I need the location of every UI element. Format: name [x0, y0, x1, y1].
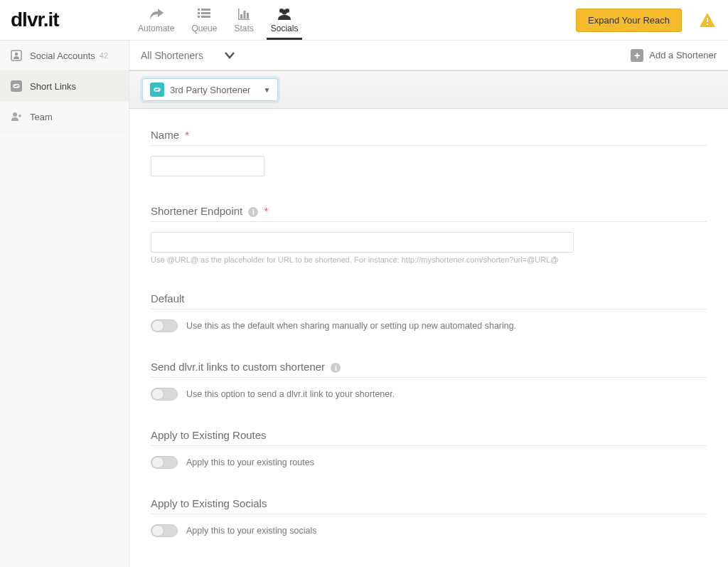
required-marker: * — [185, 129, 189, 141]
svg-rect-3 — [201, 12, 210, 14]
sidebar: Social Accounts 42 Short Links Team — [0, 41, 129, 567]
svg-rect-5 — [201, 16, 210, 18]
bar-chart-icon — [237, 6, 250, 22]
svg-rect-0 — [198, 9, 200, 11]
sidebar-item-label: Team — [30, 112, 53, 122]
svg-rect-15 — [707, 23, 708, 25]
shortener-type-dropdown[interactable]: 3rd Party Shortener ▼ — [142, 78, 278, 101]
chevron-down-icon[interactable] — [225, 52, 235, 59]
section-name: Name * — [151, 129, 707, 176]
shortener-type-label: 3rd Party Shortener — [170, 85, 250, 95]
filter-dropdown[interactable]: All Shorteners — [141, 50, 203, 61]
sidebar-item-team[interactable]: Team — [0, 102, 129, 132]
sidebar-item-count: 42 — [100, 51, 108, 60]
svg-rect-1 — [201, 9, 210, 11]
link-icon — [150, 83, 164, 97]
required-marker: * — [264, 205, 269, 217]
section-default: Default Use this as the default when sha… — [151, 292, 707, 332]
svg-rect-6 — [238, 9, 240, 20]
section-endpoint: Shortener Endpoint i * Use @URL@ as the … — [151, 205, 707, 264]
svg-rect-8 — [240, 14, 242, 18]
content: All Shorteners + Add a Shortener ‹ 3rd P… — [129, 41, 728, 567]
warning-icon[interactable] — [700, 13, 715, 27]
section-title-text: Apply to Existing Socials — [151, 497, 267, 509]
default-toggle[interactable] — [151, 319, 178, 332]
add-shortener-label: Add a Shortener — [649, 50, 717, 60]
toggle-description: Apply this to your existing socials — [186, 526, 316, 536]
section-send-links: Send dlvr.it links to custom shortener i… — [151, 361, 707, 401]
sidebar-item-label: Social Accounts — [30, 51, 95, 61]
svg-rect-18 — [11, 80, 22, 92]
section-title-text: Default — [151, 292, 185, 304]
team-icon — [10, 110, 23, 123]
existing-routes-toggle[interactable] — [151, 456, 178, 469]
sidebar-item-label: Short Links — [30, 81, 76, 92]
nav-tab-stats[interactable]: Stats — [225, 0, 262, 40]
sidebar-item-short-links[interactable]: Short Links — [0, 71, 129, 102]
toggle-description: Use this option to send a dlvr.it link t… — [186, 389, 395, 399]
section-existing-socials: Apply to Existing Socials Apply this to … — [151, 497, 707, 537]
section-existing-routes: Apply to Existing Routes Apply this to y… — [151, 429, 707, 469]
nav-tab-automate[interactable]: Automate — [129, 0, 183, 40]
plus-icon: + — [631, 49, 643, 62]
shortener-form: Name * Shortener Endpoint i * Use @URL@ … — [129, 109, 728, 567]
svg-rect-21 — [19, 115, 21, 117]
nav-label: Socials — [271, 23, 299, 33]
section-title-text: Send dlvr.it links to custom shortener — [151, 361, 325, 373]
nav-tabs: Automate Queue Stats Socials — [129, 0, 306, 40]
name-input[interactable] — [151, 156, 264, 176]
caret-down-icon: ▼ — [263, 86, 270, 94]
link-icon — [10, 80, 23, 92]
svg-rect-2 — [198, 12, 200, 14]
nav-tab-queue[interactable]: Queue — [183, 0, 225, 40]
list-icon — [198, 6, 210, 22]
send-links-toggle[interactable] — [151, 388, 178, 401]
svg-rect-9 — [244, 11, 246, 18]
svg-point-13 — [282, 10, 287, 15]
top-bar: dlvr.it Automate Queue Stats Socials — [0, 0, 728, 41]
nav-label: Automate — [138, 23, 174, 33]
endpoint-helper: Use @URL@ as the placeholder for URL to … — [151, 255, 707, 264]
svg-rect-4 — [198, 16, 200, 18]
share-icon — [149, 6, 164, 22]
svg-point-17 — [15, 53, 18, 55]
svg-rect-14 — [707, 18, 708, 22]
expand-reach-button[interactable]: Expand Your Reach — [576, 9, 682, 32]
svg-point-19 — [13, 112, 17, 117]
svg-rect-10 — [247, 13, 249, 18]
section-title-text: Apply to Existing Routes — [151, 429, 267, 441]
users-icon — [277, 6, 292, 22]
nav-tab-socials[interactable]: Socials — [262, 0, 307, 40]
section-title-text: Shortener Endpoint — [151, 205, 242, 217]
info-icon[interactable]: i — [248, 207, 258, 217]
svg-rect-7 — [238, 19, 250, 21]
toggle-description: Apply this to your existing routes — [186, 457, 314, 467]
accounts-icon — [10, 49, 23, 62]
filter-bar: All Shorteners + Add a Shortener — [129, 41, 728, 70]
shortener-type-bar: ‹ 3rd Party Shortener ▼ — [129, 70, 728, 109]
main-area: Social Accounts 42 Short Links Team All … — [0, 41, 728, 567]
existing-socials-toggle[interactable] — [151, 524, 178, 537]
nav-label: Stats — [234, 23, 253, 33]
nav-label: Queue — [191, 23, 217, 33]
logo: dlvr.it — [0, 9, 129, 31]
toggle-description: Use this as the default when sharing man… — [186, 321, 516, 331]
sidebar-item-social-accounts[interactable]: Social Accounts 42 — [0, 41, 129, 71]
add-shortener-button[interactable]: + Add a Shortener — [631, 49, 717, 62]
info-icon[interactable]: i — [331, 363, 341, 373]
endpoint-input[interactable] — [151, 232, 574, 253]
section-title-text: Name — [151, 129, 179, 141]
